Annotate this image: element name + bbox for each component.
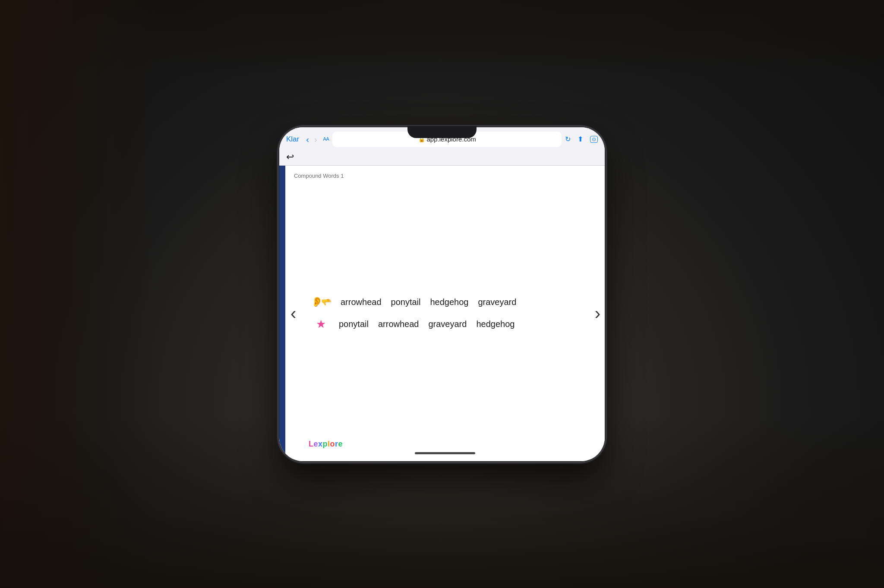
home-indicator bbox=[415, 452, 475, 454]
word-row2-word2[interactable]: arrowhead bbox=[377, 318, 420, 331]
word-row-2: ★ ponytail arrowhead graveyard hedgehog bbox=[311, 318, 583, 331]
word-row2-word4[interactable]: hedgehog bbox=[475, 318, 515, 331]
safari-back-button[interactable]: ‹ bbox=[304, 134, 311, 145]
logo-char-l: L bbox=[309, 440, 314, 448]
word-rows-container: 👂🫳 arrowhead ponytail hedgehog graveyard… bbox=[294, 192, 596, 434]
lexplore-logo: Lexplore bbox=[309, 440, 343, 449]
screen: Klar ‹ › AA 🔒 app.lexplore.com ↻ ⬆ ⊙ bbox=[279, 127, 605, 461]
tabs-icon[interactable]: ⊙ bbox=[590, 136, 598, 143]
logo-char-x: x bbox=[318, 440, 323, 448]
web-footer: Lexplore bbox=[300, 434, 596, 449]
scene: Klar ‹ › AA 🔒 app.lexplore.com ↻ ⬆ ⊙ bbox=[0, 0, 884, 588]
hand-top-overlay bbox=[0, 0, 884, 78]
sidebar-hint bbox=[279, 166, 285, 461]
safari-action-icons: ↻ ⬆ ⊙ bbox=[565, 135, 598, 143]
word-row-1: 👂🫳 arrowhead ponytail hedgehog graveyard bbox=[311, 296, 583, 309]
next-page-button[interactable]: › bbox=[590, 299, 605, 327]
logo-char-p: p bbox=[323, 440, 328, 448]
row-2-icon: ★ bbox=[311, 318, 330, 331]
logo-char-e2: e bbox=[338, 440, 343, 448]
hand-left-overlay bbox=[0, 0, 155, 588]
back-gesture-button[interactable]: ↩ bbox=[286, 151, 294, 163]
logo-char-e: e bbox=[314, 440, 319, 448]
word-row2-word3[interactable]: graveyard bbox=[427, 318, 467, 331]
logo-char-r: r bbox=[335, 440, 338, 448]
reload-icon[interactable]: ↻ bbox=[565, 135, 571, 143]
share-icon[interactable]: ⬆ bbox=[578, 135, 583, 143]
toolbar-row: ↩ bbox=[279, 150, 605, 165]
safari-forward-button[interactable]: › bbox=[313, 134, 319, 145]
safari-text-size-button[interactable]: AA bbox=[323, 137, 329, 141]
notch bbox=[407, 126, 477, 138]
safari-nav-buttons: ‹ › bbox=[304, 134, 319, 145]
word-row1-word3[interactable]: hedgehog bbox=[429, 296, 469, 309]
word-row2-word1[interactable]: ponytail bbox=[338, 318, 369, 331]
logo-char-o: o bbox=[330, 440, 335, 448]
phone-frame: Klar ‹ › AA 🔒 app.lexplore.com ↻ ⬆ ⊙ bbox=[278, 126, 606, 462]
main-content: Compound Words 1 ‹ › 👂🫳 arrowhead bbox=[285, 166, 605, 461]
safari-klar-button[interactable]: Klar bbox=[286, 135, 299, 144]
web-content: Compound Words 1 ‹ › 👂🫳 arrowhead bbox=[279, 166, 605, 461]
row-1-icon: 👂🫳 bbox=[311, 296, 332, 308]
word-row1-word1[interactable]: arrowhead bbox=[340, 296, 382, 309]
word-row1-word4[interactable]: graveyard bbox=[477, 296, 517, 309]
word-row1-word2[interactable]: ponytail bbox=[390, 296, 422, 309]
prev-page-button[interactable]: ‹ bbox=[286, 299, 300, 327]
page-title: Compound Words 1 bbox=[294, 173, 596, 179]
